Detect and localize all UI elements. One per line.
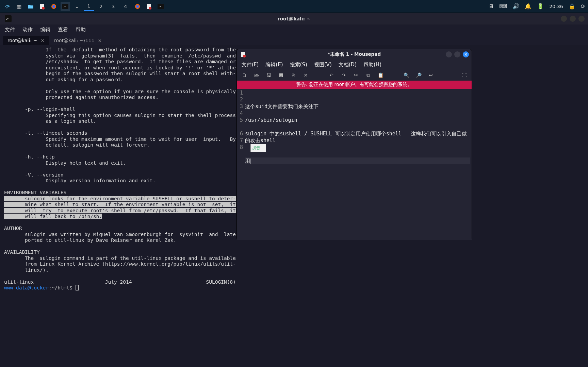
taskbar-right: 🖥 ⌨ 🔊 🔔 🔋 20:36 🔒 ⟳ [488, 3, 585, 10]
replace-icon[interactable]: 🔎 [416, 72, 421, 78]
maximize-button[interactable] [570, 16, 576, 22]
revert-icon[interactable]: ⎗ [291, 72, 296, 78]
mousepad-title: *未命名 1 - Mousepad [328, 51, 381, 57]
terminal-running-icon[interactable]: >_ [156, 2, 165, 11]
mousepad-window: *未命名 1 - Mousepad × 文件(F) 编辑(E) 搜索(S) 视图… [236, 49, 472, 240]
workspace-1[interactable]: 1 [84, 2, 94, 11]
terminal-tab-label: root@kali: ~/111 [54, 38, 95, 43]
goto-icon[interactable]: ↩ [428, 72, 434, 78]
save-as-icon[interactable]: 🖪 [278, 72, 284, 78]
menu-help[interactable]: 帮助(H) [363, 62, 381, 68]
editor-line[interactable] [245, 123, 470, 130]
svg-text:>_: >_ [63, 5, 68, 8]
editor-line[interactable]: 这个suid文件需要我们来关注下 [245, 103, 470, 110]
firefox-icon[interactable] [49, 2, 59, 11]
selected-text: sulogin looks for the environment variab… [4, 196, 236, 219]
minimize-button[interactable] [561, 16, 567, 22]
volume-icon[interactable]: 🔊 [512, 3, 519, 10]
editor-line[interactable]: 用 [245, 157, 470, 164]
power-icon[interactable]: ⟳ [581, 3, 585, 10]
menu-edit[interactable]: 编辑(E) [265, 62, 283, 68]
editor-text-area[interactable]: 这个suid文件需要我们来关注下/usr/sbin/suloginsulogin… [244, 89, 472, 240]
line-number: 4 [238, 110, 243, 117]
mousepad-toolbar: 🗋 🗁 🖫 🖪 ⎗ ✕ ↶ ↷ ✂ ⧉ 📋 🔍 🔎 ↩ ⛶ [237, 70, 472, 81]
taskbar-left: ▦ >_ ⌄ 1 2 3 4 >_ [3, 2, 165, 11]
terminal-menubar: 文件 动作 编辑 查看 帮助 [0, 24, 588, 35]
open-file-icon[interactable]: 🗁 [254, 72, 259, 78]
firefox-running-icon[interactable] [133, 2, 142, 11]
menu-actions[interactable]: 动作 [22, 27, 33, 33]
undo-icon[interactable]: ↶ [329, 72, 334, 78]
keyboard-icon[interactable]: ⌨ [499, 3, 507, 10]
cut-icon[interactable]: ✂ [353, 72, 359, 78]
editor-line[interactable]: sulogin 中的sushell / SUSHELL 可以制定用户使用哪个sh… [245, 130, 470, 144]
notifications-icon[interactable]: 🔔 [525, 3, 532, 10]
minimize-button[interactable] [446, 51, 452, 57]
line-number: 8 [238, 144, 243, 151]
line-number: 3 [238, 103, 243, 110]
kali-menu-icon[interactable] [3, 2, 12, 11]
fullscreen-icon[interactable]: ⛶ [461, 72, 467, 78]
terminal-app-icon[interactable]: >_ [61, 2, 70, 11]
editor-line[interactable] [245, 151, 470, 157]
terminal-title: root@kali: ~ [277, 16, 310, 21]
copy-icon[interactable]: ⧉ [365, 72, 371, 78]
menu-view[interactable]: 视图(V) [314, 62, 332, 68]
terminal-tab-label: root@kali: ~ [7, 38, 37, 43]
close-doc-icon[interactable]: ✕ [303, 72, 308, 78]
paste-icon[interactable]: 📋 [378, 72, 383, 78]
prompt-end: $ [69, 285, 75, 290]
editor-line[interactable] [245, 110, 470, 117]
close-icon[interactable]: × [40, 38, 45, 43]
find-icon[interactable]: 🔍 [404, 72, 409, 78]
workspace-3[interactable]: 3 [108, 2, 118, 11]
clock[interactable]: 20:36 [549, 4, 563, 9]
svg-point-1 [42, 7, 45, 10]
desktop-taskbar: ▦ >_ ⌄ 1 2 3 4 >_ 🖥 ⌨ 🔊 🔔 🔋 2 [0, 0, 588, 13]
svg-point-7 [136, 5, 139, 8]
mousepad-editor[interactable]: 12345 678 这个suid文件需要我们来关注下/usr/sbin/sulo… [237, 89, 472, 240]
editor-line[interactable] [245, 144, 470, 151]
prompt-path: ~/html [52, 285, 69, 290]
text-caret [250, 159, 250, 164]
menu-document[interactable]: 文档(D) [339, 62, 357, 68]
editor-line[interactable]: /usr/sbin/sulogin [245, 117, 470, 123]
close-button[interactable]: × [463, 51, 469, 57]
maximize-button[interactable] [454, 51, 460, 57]
close-icon[interactable]: × [98, 38, 102, 43]
menu-view[interactable]: 查看 [58, 27, 68, 33]
terminal-tab[interactable]: root@kali: ~/111 × [49, 36, 107, 45]
window-controls [561, 16, 585, 22]
close-button[interactable] [578, 16, 585, 22]
line-number: 6 [238, 130, 243, 137]
menu-search[interactable]: 搜索(S) [290, 62, 307, 68]
terminal-titlebar[interactable]: >_ root@kali: ~ [0, 13, 588, 24]
lock-icon[interactable]: 🔒 [569, 3, 575, 10]
files-icon[interactable] [26, 2, 35, 11]
menu-file[interactable]: 文件(F) [242, 62, 259, 68]
doc-running-icon[interactable] [144, 2, 154, 11]
svg-point-13 [243, 55, 246, 57]
folder-dark-icon[interactable]: ▦ [14, 2, 24, 11]
taskbar-dropdown-icon[interactable]: ⌄ [72, 2, 82, 11]
menu-edit[interactable]: 编辑 [40, 27, 50, 33]
redo-icon[interactable]: ↷ [341, 72, 346, 78]
battery-icon[interactable]: 🔋 [537, 3, 544, 10]
mousepad-titlebar[interactable]: *未命名 1 - Mousepad × [237, 49, 472, 60]
workspace-4[interactable]: 4 [120, 2, 131, 11]
line-number: 2 [238, 96, 243, 103]
menu-file[interactable]: 文件 [5, 27, 15, 33]
line-number: 1 [238, 89, 243, 96]
save-icon[interactable]: 🖫 [266, 72, 272, 78]
workspace-2[interactable]: 2 [96, 2, 106, 11]
svg-point-9 [149, 7, 151, 10]
terminal-tab[interactable]: root@kali: ~ × [3, 36, 49, 45]
prompt-user: www-data@locker [4, 285, 49, 290]
manpage-text-pre: If the default method of obtaining the r… [4, 47, 236, 195]
display-icon[interactable]: 🖥 [488, 3, 494, 10]
new-file-icon[interactable]: 🗋 [242, 72, 247, 78]
doc-blocked-icon[interactable] [37, 2, 47, 11]
ime-candidate-box[interactable]: 拼音 [250, 144, 266, 152]
manpage-text-post: AUTHOR sulogin was written by Miquel van… [4, 226, 239, 285]
menu-help[interactable]: 帮助 [76, 27, 86, 33]
